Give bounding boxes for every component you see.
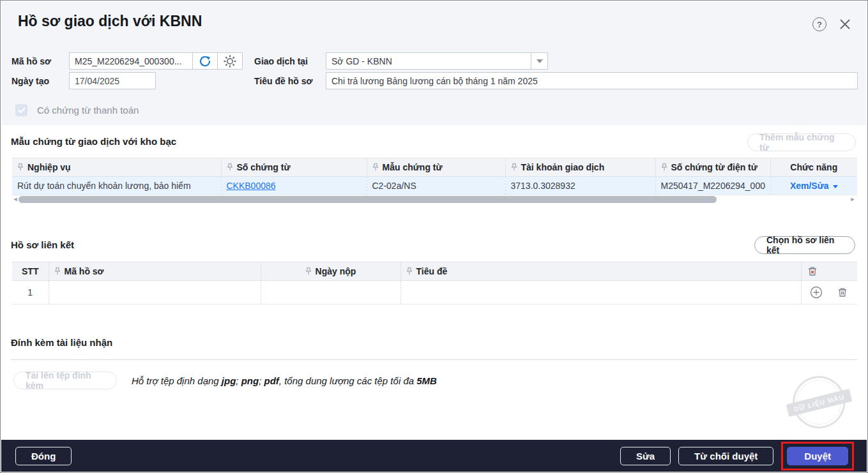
section-title-mau-chung-tu: Mẫu chứng từ giao dịch với kho bạc [11, 136, 176, 147]
giao-dich-tai-label: Giao dịch tại [254, 56, 308, 66]
tieu-de-ho-so-input[interactable]: Chi trả lương Bảng lương cán bộ tháng 1 … [326, 72, 858, 89]
pin-icon [372, 163, 379, 171]
chevron-down-icon [537, 59, 543, 63]
so-chung-tu-link[interactable]: CKKB00086 [227, 181, 276, 191]
tai-len-tep-button[interactable]: Tải lên tệp đính kèm [13, 372, 117, 389]
ma-ho-so-label: Mã hồ sơ [11, 56, 51, 66]
ma-ho-so-input[interactable]: M25_M2206294_000300... [69, 52, 193, 70]
col-header-chuc-nang: Chức năng [770, 158, 857, 177]
xem-sua-label: Xem/Sửa [790, 181, 829, 191]
xem-sua-menu[interactable]: Xem/Sửa [790, 181, 838, 191]
help-button[interactable]: ? [811, 15, 828, 33]
col-header-so-ct-dien-tu[interactable]: Số chứng từ điện tử [655, 158, 770, 177]
chung-tu-table: Nghiệp vụ Số chứng từ Mẫu chứng từ Tài k… [12, 158, 857, 195]
col-label: Số chứng từ [237, 162, 291, 172]
table-row[interactable]: 1 [12, 281, 857, 304]
cell-tieu-de[interactable] [400, 281, 801, 304]
annotation-highlight-box: Duyệt [781, 442, 854, 470]
refresh-button[interactable] [193, 52, 218, 70]
chung-tu-header-row: Nghiệp vụ Số chứng từ Mẫu chứng từ Tài k… [12, 158, 857, 177]
ma-ho-so-group: M25_M2206294_000300... [69, 52, 243, 70]
lien-ket-table: STT Mã hồ sơ Ngày nộp Tiêu đề 1 [12, 262, 857, 304]
divider [11, 359, 857, 360]
dialog-header-area: Hồ sơ giao dịch với KBNN ? Mã hồ sơ M25_… [1, 1, 867, 125]
gear-icon [223, 54, 237, 68]
co-chung-tu-checkbox[interactable] [15, 104, 27, 116]
col-header-ngay-nop[interactable]: Ngày nộp [261, 262, 400, 281]
hint-sep: ; [236, 375, 241, 386]
pin-icon [54, 267, 61, 275]
sample-data-stamp: DỮ LIỆU MẪU [784, 370, 855, 439]
col-label: Ngày nộp [316, 266, 356, 276]
hint-text: , tổng dung lượng các tệp tối đa [279, 375, 416, 386]
cell-nghiep-vu: Rút dự toán chuyển khoản lương, bảo hiểm [12, 177, 221, 195]
hint-format-pdf: pdf [264, 375, 279, 386]
refresh-icon [198, 54, 212, 68]
cell-stt: 1 [12, 281, 49, 304]
col-header-stt: STT [12, 262, 49, 281]
pin-icon [305, 267, 312, 275]
col-header-nghiep-vu[interactable]: Nghiệp vụ [12, 158, 221, 177]
cell-so-ct-dien-tu: M250417_M2206294_000 [655, 177, 770, 195]
hint-max-size: 5MB [416, 375, 437, 386]
section-title-dinh-kem: Đính kèm tài liệu nhận [11, 337, 112, 348]
horizontal-scrollbar[interactable]: ◄ ► [12, 195, 856, 204]
co-chung-tu-label: Có chứng từ thanh toán [37, 105, 139, 116]
cell-ma-ho-so[interactable] [49, 281, 261, 304]
table-row[interactable]: Rút dự toán chuyển khoản lương, bảo hiểm… [12, 177, 857, 195]
cell-tai-khoan: 3713.0.3028932 [505, 177, 655, 195]
tu-choi-duyet-button[interactable]: Từ chối duyệt [678, 447, 773, 465]
col-label: STT [22, 266, 38, 276]
them-mau-chung-tu-button[interactable]: Thêm mẫu chứng từ [747, 133, 856, 151]
scrollbar-track[interactable] [19, 196, 849, 203]
tieu-de-ho-so-label: Tiêu đề hồ sơ [254, 76, 312, 86]
pin-icon [227, 163, 233, 171]
delete-all-icon [807, 266, 818, 277]
giao-dich-tai-select[interactable]: Sở GD - KBNN [326, 52, 548, 70]
col-label: Mã hồ sơ [65, 266, 104, 276]
sua-button[interactable]: Sửa [620, 447, 671, 465]
dropdown-arrow-button[interactable] [531, 53, 547, 69]
col-label: Số chứng từ điện tử [671, 162, 758, 172]
chon-ho-so-lien-ket-button[interactable]: Chọn hồ sơ liên kết [754, 236, 855, 254]
ngay-tao-input[interactable]: 17/04/2025 [69, 72, 156, 89]
question-circle-icon: ? [812, 17, 826, 31]
scroll-right-arrow[interactable]: ► [849, 195, 856, 204]
scroll-left-arrow[interactable]: ◄ [12, 195, 19, 204]
footer-bar: Đóng Sửa Từ chối duyệt Duyệt [1, 440, 867, 472]
col-label: Chức năng [790, 162, 837, 172]
col-label: Tài khoản giao dịch [521, 162, 605, 172]
col-label: Tiêu đề [416, 266, 448, 276]
scrollbar-thumb[interactable] [19, 196, 717, 203]
check-icon [18, 107, 26, 114]
cell-mau-chung-tu: C2-02a/NS [367, 177, 505, 195]
duyet-button[interactable]: Duyệt [787, 447, 848, 465]
col-header-ma-ho-so[interactable]: Mã hồ sơ [49, 262, 261, 281]
lien-ket-header-row: STT Mã hồ sơ Ngày nộp Tiêu đề [12, 262, 857, 281]
col-header-tieu-de[interactable]: Tiêu đề [400, 262, 801, 281]
settings-button[interactable] [218, 52, 243, 70]
pin-icon [511, 163, 517, 171]
footer-right-group: Sửa Từ chối duyệt Duyệt [613, 442, 867, 470]
upload-hint-text: Hỗ trợ tệp định dạng jpg; png; pdf, tổng… [132, 375, 437, 386]
pin-icon [406, 267, 413, 275]
close-button[interactable] [836, 15, 854, 33]
add-row-icon[interactable] [810, 286, 823, 299]
col-label: Nghiệp vụ [27, 162, 71, 172]
col-header-delete-all[interactable] [801, 262, 857, 281]
dong-button[interactable]: Đóng [15, 447, 72, 465]
cell-ngay-nop[interactable] [261, 281, 400, 304]
col-header-mau-chung-tu[interactable]: Mẫu chứng từ [367, 158, 505, 177]
page-title: Hồ sơ giao dịch với KBNN [18, 13, 202, 30]
close-icon [839, 18, 851, 31]
hint-format-jpg: jpg [222, 375, 236, 386]
chevron-down-icon [833, 185, 838, 188]
hint-format-png: png [241, 375, 259, 386]
ngay-tao-label: Ngày tạo [11, 76, 49, 86]
section-title-ho-so-lien-ket: Hồ sơ liên kết [11, 239, 74, 250]
giao-dich-tai-value: Sở GD - KBNN [326, 56, 531, 66]
delete-row-icon[interactable] [837, 287, 848, 298]
co-chung-tu-checkbox-row: Có chứng từ thanh toán [15, 104, 139, 116]
col-header-so-chung-tu[interactable]: Số chứng từ [221, 158, 367, 177]
col-header-tai-khoan[interactable]: Tài khoản giao dịch [505, 158, 655, 177]
